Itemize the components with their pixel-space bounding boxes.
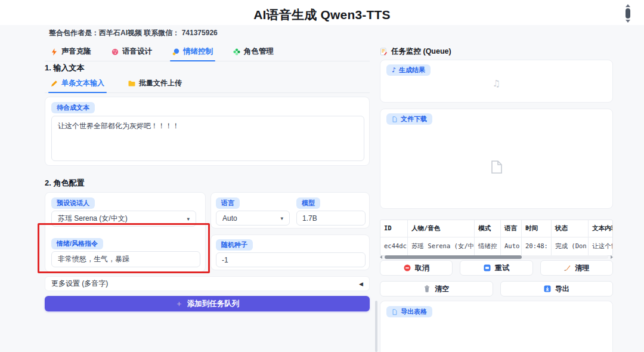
brush-icon [564, 264, 571, 271]
subtab-single-text[interactable]: 单条文本输入 [51, 78, 104, 92]
main-tabs: 声音克隆 语音设计 情绪控制 角色管理 [45, 47, 370, 61]
memo-icon [380, 48, 388, 55]
tab-role-management[interactable]: 角色管理 [233, 47, 274, 61]
cell-status: 完成 (Don [552, 237, 589, 255]
pencil-icon [51, 80, 58, 87]
tab-voice-clone[interactable]: 声音克隆 [51, 47, 91, 61]
retry-label: 重试 [495, 263, 509, 273]
seed-badge: 随机种子 [216, 239, 253, 251]
scroll-left-icon[interactable] [380, 255, 382, 259]
model-badge: 模型 [296, 197, 320, 209]
lightning-icon [51, 48, 58, 55]
emotion-instruction-input[interactable] [51, 251, 200, 267]
export-table-badge: 导出表格 [386, 306, 432, 317]
model-input[interactable] [296, 211, 366, 226]
speaker-card: 预设说话人 苏瑶 Serena (女/中文) ▾ 情绪/风格指令 [45, 192, 206, 272]
clear-label: 清空 [435, 284, 449, 294]
subtab-label: 单条文本输入 [61, 78, 104, 88]
cell-mode: 情绪控 [475, 237, 501, 255]
col-header-text: 文本内容 [589, 220, 612, 237]
more-settings-accordion[interactable]: 更多设置 (多音字) ◀ [45, 276, 370, 291]
col-header-voice: 人物/音色 [408, 220, 475, 237]
synthesis-text-input[interactable] [51, 116, 364, 161]
export-table-label: 导出表格 [401, 308, 427, 316]
result-card: ♪ 生成结果 ♫ [380, 60, 613, 103]
cancel-button[interactable]: 取消 [380, 260, 453, 276]
table-row[interactable]: ec44dc 苏瑶 Serena (女/中 情绪控 Auto 20:48: 完成… [380, 237, 612, 255]
author-line: 整合包作者是：西羊石AI视频 联系微信： 741375926 [49, 28, 218, 38]
trash-icon [423, 285, 431, 292]
cancel-label: 取消 [415, 263, 429, 273]
file-icon [392, 308, 398, 316]
queue-actions-row2: 清空 导出 [380, 281, 613, 297]
more-settings-label: 更多设置 (多音字) [51, 279, 108, 289]
clean-button[interactable]: 清理 [540, 260, 613, 276]
export-button[interactable]: 导出 [500, 281, 614, 297]
tab-label: 角色管理 [244, 47, 274, 57]
col-header-language: 语言 [501, 220, 522, 237]
add-to-queue-label: 添加到任务队列 [187, 299, 240, 309]
cell-id: ec44dc [380, 237, 408, 255]
section-title-input: 1. 输入文本 [45, 63, 84, 73]
chevron-down-icon: ▾ [280, 215, 283, 221]
clean-label: 清理 [575, 263, 589, 273]
tab-emotion-control[interactable]: 情绪控制 [172, 47, 213, 61]
speaker-select[interactable]: 苏瑶 Serena (女/中文) ▾ [51, 211, 196, 227]
cell-time: 20:48: [522, 237, 552, 255]
page-scrollbar[interactable] [625, 4, 631, 23]
language-select[interactable]: Auto ▾ [216, 211, 290, 226]
download-card: 文件下载 [380, 109, 613, 209]
retry-icon [484, 264, 491, 271]
clover-icon [233, 48, 240, 55]
language-badge: 语言 [216, 197, 240, 209]
tab-voice-design[interactable]: 语音设计 [112, 47, 152, 61]
download-badge: 文件下载 [386, 113, 432, 125]
page-title: AI语音生成 Qwen3-TTS [0, 7, 644, 23]
queue-header: 任务监控 (Queue) [380, 47, 451, 57]
scroll-down-icon[interactable] [626, 20, 630, 23]
queue-table: ID 人物/音色 模式 语言 时间 状态 文本内容 ec44dc 苏瑶 Sere… [380, 220, 613, 256]
text-badge: 待合成文本 [51, 102, 95, 113]
collapse-arrow-icon: ◀ [359, 281, 363, 287]
input-subtabs: 单条文本输入 批量文件上传 [45, 78, 370, 93]
tab-label: 语音设计 [122, 47, 152, 57]
music-note-icon: ♪ [392, 66, 396, 74]
emotion-icon [172, 48, 179, 55]
cell-language: Auto [501, 237, 522, 255]
scrollbar-thumb[interactable] [626, 8, 630, 18]
cell-voice: 苏瑶 Serena (女/中 [408, 237, 475, 255]
scroll-up-icon[interactable] [626, 4, 630, 7]
queue-title: 任务监控 (Queue) [391, 47, 451, 57]
add-to-queue-button[interactable]: ＋ 添加到任务队列 [45, 296, 370, 311]
col-header-time: 时间 [522, 220, 552, 237]
col-header-mode: 模式 [475, 220, 501, 237]
col-header-status: 状态 [552, 220, 589, 237]
empty-audio-icon: ♫ [380, 78, 612, 89]
speaker-badge: 预设说话人 [51, 197, 95, 209]
seed-input[interactable] [216, 252, 366, 267]
download-arrow-icon [544, 285, 551, 292]
scroll-right-icon[interactable] [611, 255, 613, 259]
table-horizontal-scrollbar[interactable] [380, 255, 613, 259]
emotion-badge: 情绪/风格指令 [51, 238, 103, 249]
language-model-card: 语言 Auto ▾ 模型 [210, 192, 370, 229]
queue-actions-row1: 取消 重试 清理 [380, 260, 613, 276]
col-header-id: ID [380, 220, 408, 237]
subtab-batch-upload[interactable]: 批量文件上传 [128, 78, 182, 92]
result-badge: ♪ 生成结果 [386, 64, 431, 76]
cancel-icon [404, 264, 411, 271]
language-value: Auto [222, 214, 237, 223]
result-badge-label: 生成结果 [399, 66, 425, 74]
tab-label: 声音克隆 [61, 47, 91, 57]
subtab-label: 批量文件上传 [139, 78, 182, 88]
retry-button[interactable]: 重试 [460, 260, 532, 276]
panel-scrollbar-strip[interactable] [375, 301, 377, 352]
section-title-config: 2. 角色配置 [45, 178, 84, 189]
text-input-card: 待合成文本 [45, 97, 370, 166]
plus-icon: ＋ [175, 298, 183, 309]
download-badge-label: 文件下载 [401, 115, 427, 123]
table-header-row: ID 人物/音色 模式 语言 时间 状态 文本内容 [380, 220, 612, 237]
scrollbar-thumb[interactable] [385, 255, 522, 259]
export-label: 导出 [555, 284, 569, 294]
clear-button[interactable]: 清空 [380, 281, 493, 297]
